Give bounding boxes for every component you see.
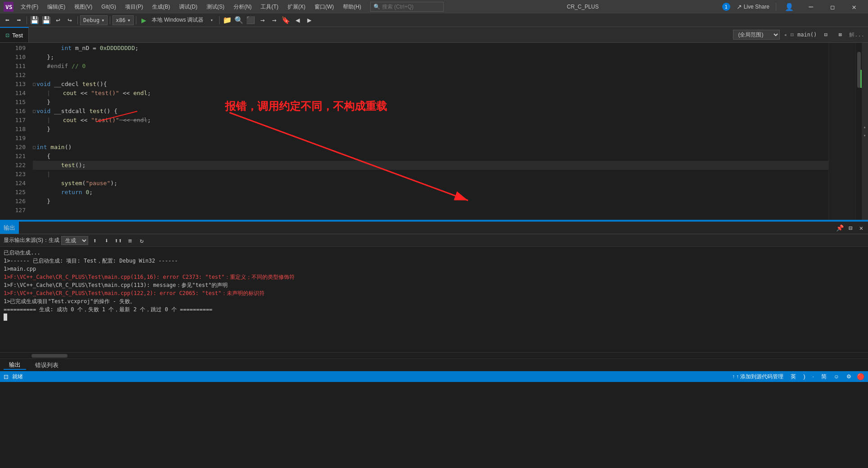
live-share-button[interactable]: ↗ Live Share — [733, 3, 773, 10]
tab-test[interactable]: ⊡ Test — [0, 27, 29, 42]
settings-icon[interactable]: ⚙ — [845, 373, 853, 380]
run-arrow[interactable]: ▾ — [206, 15, 217, 26]
menu-git[interactable]: Git(G) — [98, 2, 120, 12]
panel-tab-spacer — [19, 222, 833, 234]
menu-debug[interactable]: 调试(D) — [175, 1, 201, 13]
platform-dropdown[interactable]: x86 ▾ — [112, 15, 134, 25]
search-bar[interactable]: 🔍 — [370, 2, 444, 12]
code-line-117: | cout << "test()" << endl; — [33, 116, 828, 125]
bookmark-btn3[interactable]: ▶ — [304, 15, 315, 26]
file-icon2: ⊡ — [791, 32, 794, 38]
back-button[interactable]: ⬅ — [2, 15, 13, 26]
status-right: ↑ ↑ 添加到源代码管理 英 ) · 简 ☺ ⚙ 🔴 — [730, 373, 864, 381]
code-lines[interactable]: int m_nD = 0xDDDDDDDD; }; #endif // 0 □v… — [29, 43, 828, 220]
emoji-icon[interactable]: ☺ — [832, 373, 841, 380]
title-bar: VS 文件(F) 编辑(E) 视图(V) Git(G) 项目(P) 生成(B) … — [0, 0, 868, 14]
vs-logo: VS — [4, 2, 13, 12]
output-btn5[interactable]: ↻ — [137, 236, 147, 245]
run-button[interactable]: ▶ — [139, 15, 149, 25]
code-line-119 — [33, 134, 828, 143]
tab-error-list[interactable]: 错误列表 — [30, 361, 64, 369]
breakpoint-btn[interactable]: ⬛ — [245, 15, 256, 26]
lang-english[interactable]: 英 — [789, 373, 798, 381]
live-share-icon: ↗ — [737, 3, 742, 10]
menu-view[interactable]: 视图(V) — [71, 1, 96, 13]
save-all-button[interactable]: 💾 — [41, 15, 52, 26]
collapse-right-btn[interactable]: ▸ — [863, 134, 868, 137]
search-icon: 🔍 — [373, 4, 380, 10]
output-btn1[interactable]: ⬆ — [90, 236, 100, 245]
output-btn3[interactable]: ⬆⬆ — [113, 236, 123, 245]
scope-select[interactable]: (全局范围) — [733, 30, 780, 40]
tab-output[interactable]: 输出 — [4, 361, 26, 370]
bookmark-btn[interactable]: 🔖 — [280, 15, 291, 26]
code-line-115: } — [33, 98, 828, 107]
code-line-125: return 0; — [33, 188, 828, 197]
bookmark-btn2[interactable]: ◀ — [292, 15, 303, 26]
menu-build[interactable]: 生成(B) — [148, 1, 174, 13]
config-dropdown[interactable]: Debug ▾ — [80, 15, 108, 25]
debug-btn1[interactable]: → — [257, 15, 268, 26]
vcs-arrow: ↑ — [732, 373, 735, 380]
output-source-select[interactable]: 生成 — [61, 236, 88, 245]
zoom-in[interactable]: 🔍 — [234, 15, 244, 26]
source-label: 显示输出来源(S)：生成 — [4, 236, 59, 244]
horizontal-scrollbar[interactable] — [0, 352, 868, 359]
solution-explorer[interactable]: 📁 — [222, 15, 233, 26]
menu-project[interactable]: 项目(P) — [121, 1, 147, 13]
expand-editor[interactable]: ⊠ — [835, 29, 846, 40]
code-scrollbar[interactable] — [855, 43, 862, 220]
run-label: 本地 Windows 调试器 — [150, 16, 205, 24]
error-indicator: 🔴 — [857, 373, 864, 380]
close-button[interactable]: ✕ — [844, 0, 864, 14]
code-line-122: test(); — [33, 161, 828, 170]
menu-help[interactable]: 帮助(H) — [339, 1, 365, 13]
redo-button[interactable]: ↪ — [64, 15, 75, 26]
split-editor[interactable]: ⊟ — [820, 29, 831, 40]
expand-right-btn[interactable]: ◂ — [863, 126, 868, 128]
menu-edit[interactable]: 编辑(E) — [44, 1, 69, 13]
panel-controls: 📌 ⊟ ✕ — [833, 222, 868, 234]
menu-analyze[interactable]: 分析(N) — [230, 1, 256, 13]
platform-label: x86 — [116, 17, 126, 23]
code-line-120: □int main() — [33, 143, 828, 152]
tab-bar: ⊡ Test (全局范围) ◂ ⊡ main() ⊟ ⊠ 解... — [0, 27, 868, 43]
minimize-button[interactable]: ─ — [801, 0, 821, 14]
panel-pin-btn[interactable]: 📌 — [835, 223, 845, 233]
code-line-126: } — [33, 197, 828, 206]
debug-btn2[interactable]: → — [269, 15, 279, 26]
code-line-112 — [33, 71, 828, 80]
menu-window[interactable]: 窗口(W) — [311, 1, 337, 13]
menu-extensions[interactable]: 扩展(X) — [284, 1, 309, 13]
panel-close-btn[interactable]: ✕ — [856, 223, 866, 233]
cursor-line — [4, 314, 864, 321]
toolbar: ⬅ ➡ 💾 💾 ↩ ↪ Debug ▾ x86 ▾ ▶ 本地 Windows 调… — [0, 14, 868, 27]
output-btn2[interactable]: ⬇ — [102, 236, 112, 245]
user-icon[interactable]: 👤 — [779, 0, 800, 14]
panel-float-btn[interactable]: ⊟ — [846, 223, 855, 233]
output-line-3: 1>main.cpp — [4, 265, 864, 273]
search-input[interactable] — [382, 4, 441, 10]
forward-button[interactable]: ➡ — [13, 15, 24, 26]
title-center: CR_C_PLUS — [444, 4, 722, 10]
config-label: Debug — [83, 17, 99, 23]
output-btn4[interactable]: ≡ — [125, 236, 135, 245]
save-button[interactable]: 💾 — [29, 15, 40, 26]
notification-badge[interactable]: 1 — [722, 3, 730, 11]
lang-simple[interactable]: 简 — [819, 373, 828, 381]
restore-button[interactable]: ◻ — [822, 0, 843, 14]
menu-tools[interactable]: 工具(T) — [257, 1, 282, 13]
menu-test[interactable]: 测试(S) — [203, 1, 228, 13]
output-content[interactable]: 已启动生成... 1>------ 已启动生成: 项目: Test，配置: De… — [0, 247, 868, 352]
lang-bracket[interactable]: ) — [801, 373, 807, 380]
window-title: CR_C_PLUS — [567, 4, 599, 10]
output-toolbar: 显示输出来源(S)：生成 生成 ⬆ ⬇ ⬆⬆ ≡ ↻ — [0, 234, 868, 247]
func-arrow: ◂ — [783, 32, 787, 38]
undo-button[interactable]: ↩ — [53, 15, 63, 26]
title-bar-right: 1 ↗ Live Share 👤 ─ ◻ ✕ — [722, 0, 864, 14]
h-scroll-thumb[interactable] — [31, 354, 67, 358]
more-options[interactable]: 解... — [849, 31, 864, 39]
lang-dot[interactable]: · — [810, 373, 815, 380]
menu-file[interactable]: 文件(F) — [17, 1, 42, 13]
vcs-button[interactable]: ↑ ↑ 添加到源代码管理 — [730, 373, 785, 381]
